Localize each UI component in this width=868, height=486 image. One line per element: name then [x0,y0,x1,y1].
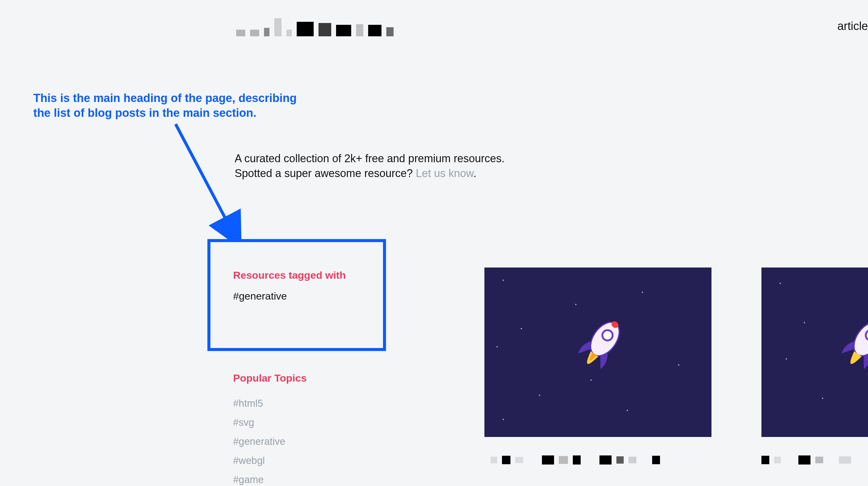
nav-link-articles[interactable]: article [837,20,868,33]
page-description: A curated collection of 2k+ free and pre… [235,151,504,181]
page-heading: Resources tagged with [233,269,383,281]
resource-card[interactable] [485,267,711,437]
annotation-line: the list of blog posts in the main secti… [33,106,297,121]
resource-card-image [485,267,711,437]
svg-line-0 [176,124,233,233]
annotation-arrow-icon [169,121,242,242]
site-logo [236,18,394,36]
obscured-text [762,455,851,464]
popular-topics: Popular Topics #html5 #svg #generative #… [233,372,307,486]
topic-tag[interactable]: #generative [233,436,307,447]
description-text: . [473,167,476,180]
topic-tag[interactable]: #game [233,474,307,485]
page-heading-tag: #generative [233,290,383,302]
rocket-icon [824,309,868,389]
obscured-text [491,455,660,464]
description-line: A curated collection of 2k+ free and pre… [235,151,504,166]
topic-tag[interactable]: #html5 [233,398,307,409]
annotation-line: This is the main heading of the page, de… [33,91,297,106]
main-heading-highlight: Resources tagged with #generative [207,239,386,351]
let-us-know-link[interactable]: Let us know [416,167,473,180]
resource-card[interactable] [762,267,868,437]
rocket-icon [560,309,636,389]
description-text: Spotted a super awesome resource? [235,167,416,180]
popular-topics-title: Popular Topics [233,372,307,384]
topic-tag[interactable]: #webgl [233,455,307,466]
description-line: Spotted a super awesome resource? Let us… [235,166,504,181]
resource-card-image [762,267,868,437]
annotation-callout: This is the main heading of the page, de… [33,91,297,121]
topic-tag[interactable]: #svg [233,417,307,428]
